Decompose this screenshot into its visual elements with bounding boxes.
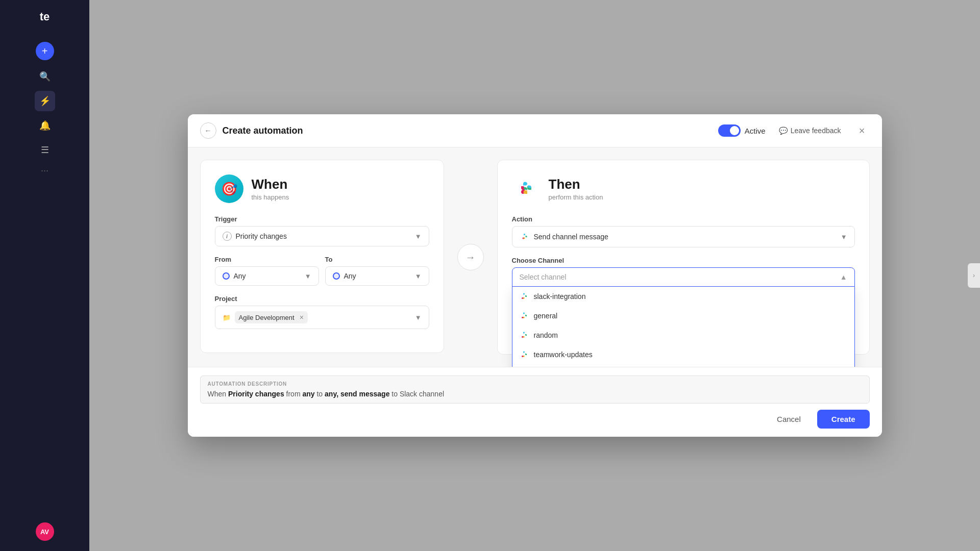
project-tag: Agile Development × <box>235 311 308 323</box>
action-select[interactable]: Send channel message ▼ <box>512 226 855 247</box>
channel-name-1: general <box>534 312 558 320</box>
right-panel-toggle[interactable]: › <box>968 263 980 288</box>
close-icon: × <box>859 125 865 137</box>
automation-description: AUTOMATION DESCRIPTION When Priority cha… <box>200 375 870 404</box>
sidebar-icon-list[interactable]: ☰ <box>35 140 55 160</box>
arrow-connector: → <box>456 244 485 270</box>
to-inner: Any <box>333 272 356 280</box>
sidebar: te + 🔍 ⚡ 🔔 ☰ ··· AV <box>0 0 89 551</box>
automation-description-text: When Priority changes from any to any, s… <box>208 390 862 398</box>
channel-item-general[interactable]: general <box>512 306 854 325</box>
active-toggle-container: Active <box>718 124 766 137</box>
trigger-chevron-icon: ▼ <box>415 233 422 240</box>
user-avatar[interactable]: AV <box>36 522 54 541</box>
sidebar-icon-bell[interactable]: 🔔 <box>35 115 55 136</box>
target-icon: 🎯 <box>221 181 237 197</box>
project-chevron-icon: ▼ <box>415 314 422 321</box>
when-card: 🎯 When this happens Trigger i Priorit <box>200 160 444 353</box>
channel-select[interactable]: Select channel ▲ <box>512 267 855 287</box>
to-select[interactable]: Any ▼ <box>325 266 429 286</box>
cancel-button[interactable]: Cancel <box>767 410 811 429</box>
sidebar-icon-lightning[interactable]: ⚡ <box>35 91 55 111</box>
channel-name-3: teamwork-updates <box>534 350 593 359</box>
back-icon: ← <box>205 127 212 135</box>
active-toggle[interactable] <box>718 124 741 137</box>
add-button[interactable]: + <box>36 42 54 60</box>
header-right: Active 💬 Leave feedback × <box>718 123 870 138</box>
action-label: Action <box>512 215 855 223</box>
create-button[interactable]: Create <box>817 410 870 429</box>
then-icon <box>512 174 541 203</box>
then-title: Then <box>549 177 603 192</box>
sidebar-icon-search[interactable]: 🔍 <box>35 66 55 87</box>
desc-priority: Priority changes <box>228 390 284 398</box>
modal-body: 🎯 When this happens Trigger i Priorit <box>188 147 882 367</box>
from-value: Any <box>234 272 246 280</box>
sidebar-more[interactable]: ··· <box>38 162 52 179</box>
modal-title: Create automation <box>223 126 718 136</box>
channel-group: Choose Channel Select channel ▲ <box>512 257 855 287</box>
when-title: When <box>252 177 289 192</box>
channel-chevron-icon: ▲ <box>840 273 847 281</box>
channel-dropdown: slack-integration general <box>512 287 855 367</box>
choose-channel-label: Choose Channel <box>512 257 855 264</box>
channel-placeholder: Select channel <box>520 273 567 281</box>
app-logo: te <box>32 6 58 28</box>
project-name: Agile Development <box>239 314 295 321</box>
modal-header: ← Create automation Active 💬 Leave feedb… <box>188 114 882 147</box>
trigger-group: Trigger i Priority changes ▼ <box>215 215 429 246</box>
channel-item-block-kit-test[interactable]: block-kit-test <box>512 364 854 367</box>
project-remove-icon[interactable]: × <box>300 313 304 321</box>
channel-item-random[interactable]: random <box>512 325 854 345</box>
from-select[interactable]: Any ▼ <box>215 266 319 286</box>
to-group: To Any ▼ <box>325 256 429 286</box>
feedback-icon: 💬 <box>779 127 788 135</box>
slack-logo-icon <box>514 177 538 201</box>
trigger-value: Priority changes <box>236 232 287 240</box>
from-dot-icon <box>223 272 230 280</box>
channel-item-teamwork-updates[interactable]: teamwork-updates <box>512 345 854 364</box>
info-icon: i <box>223 232 232 241</box>
project-inner: 📁 Agile Development × <box>223 311 308 323</box>
slack-channel-icon-2 <box>520 331 529 340</box>
to-dot-icon <box>333 272 340 280</box>
channel-item-slack-integration[interactable]: slack-integration <box>512 287 854 306</box>
from-to-row: From Any ▼ To <box>215 256 429 295</box>
project-label: Project <box>215 295 429 303</box>
to-chevron-icon: ▼ <box>415 272 422 280</box>
desc-any2: any <box>325 390 336 398</box>
folder-icon: 📁 <box>223 314 231 321</box>
to-label: To <box>325 256 429 263</box>
trigger-select-inner: i Priority changes <box>223 232 287 241</box>
slack-channel-icon-1 <box>520 311 529 320</box>
action-inner: Send channel message <box>520 232 608 242</box>
active-label: Active <box>745 127 766 135</box>
trigger-label: Trigger <box>215 215 429 223</box>
from-inner: Any <box>223 272 246 280</box>
feedback-button[interactable]: 💬 Leave feedback <box>774 123 846 138</box>
modal-overlay: ← Create automation Active 💬 Leave feedb… <box>89 0 980 551</box>
desc-any1: any <box>302 390 314 398</box>
channel-name-2: random <box>534 331 558 339</box>
project-group: Project 📁 Agile Development × ▼ <box>215 295 429 329</box>
main-area: ← Create automation Active 💬 Leave feedb… <box>89 0 980 551</box>
when-card-header: 🎯 When this happens <box>215 174 429 203</box>
trigger-select[interactable]: i Priority changes ▼ <box>215 226 429 246</box>
when-icon: 🎯 <box>215 174 243 203</box>
action-slack-icon <box>520 232 530 242</box>
slack-channel-icon-0 <box>520 292 529 301</box>
project-select[interactable]: 📁 Agile Development × ▼ <box>215 306 429 329</box>
action-chevron-icon: ▼ <box>841 233 847 241</box>
action-group: Action Sen <box>512 215 855 247</box>
when-card-title-group: When this happens <box>252 177 289 201</box>
channel-name-0: slack-integration <box>534 292 586 300</box>
then-card-header: Then perform this action <box>512 174 855 203</box>
slack-channel-icon-3 <box>520 350 529 359</box>
arrow-icon: → <box>465 252 476 263</box>
close-button[interactable]: × <box>854 123 870 138</box>
then-subtitle: perform this action <box>549 193 603 201</box>
svg-point-1 <box>520 232 530 242</box>
then-card: Then perform this action Action <box>497 160 870 355</box>
from-chevron-icon: ▼ <box>305 272 311 280</box>
back-button[interactable]: ← <box>200 122 216 139</box>
